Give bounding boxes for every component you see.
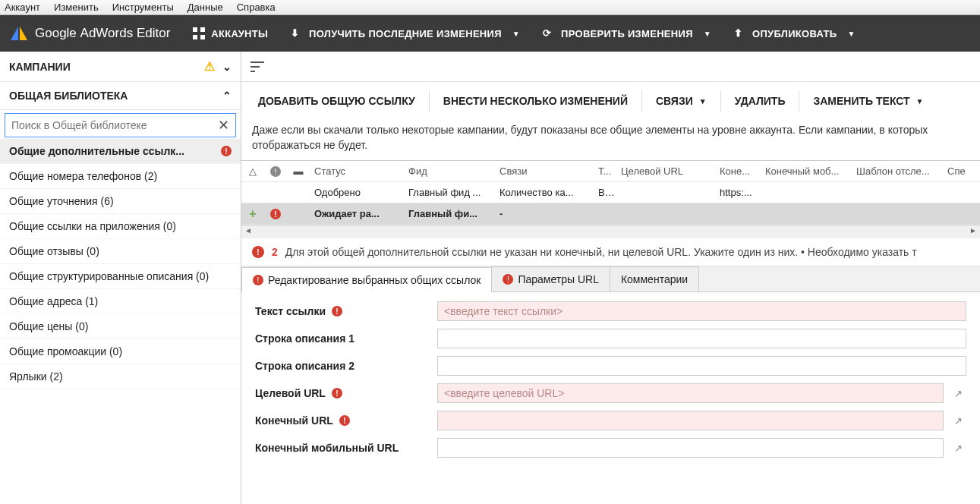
error-count: 2	[272, 246, 278, 258]
sidebar-campaigns-header[interactable]: КАМПАНИИ ⚠⌄	[0, 52, 241, 82]
external-link-icon[interactable]: ↗	[950, 439, 966, 456]
final-mobile-url-input[interactable]	[437, 438, 944, 458]
clear-icon[interactable]: ✕	[218, 117, 229, 134]
desc2-input[interactable]	[437, 356, 966, 376]
accounts-button[interactable]: АККАУНТЫ	[193, 27, 268, 39]
search-input[interactable]	[11, 119, 218, 131]
sidebar-search[interactable]: ✕	[5, 113, 236, 137]
error-icon: !	[252, 246, 264, 258]
main-panel: ДОБАВИТЬ ОБЩУЮ ССЫЛКУ ВНЕСТИ НЕСКОЛЬКО И…	[241, 52, 980, 504]
links-button[interactable]: СВЯЗИ▼	[647, 89, 716, 113]
sidebar-item-reviews[interactable]: Общие отзывы (0)	[0, 239, 241, 264]
final-url-input[interactable]	[437, 411, 944, 430]
check-changes-button[interactable]: ⟳ ПРОВЕРИТЬ ИЗМЕНЕНИЯ▼	[543, 27, 711, 39]
publish-button[interactable]: ⬆ ОПУБЛИКОВАТЬ▼	[734, 27, 856, 39]
menu-edit[interactable]: Изменить	[54, 2, 99, 13]
upload-icon: ⬆	[734, 27, 746, 39]
grid-row[interactable]: ОдобреноГлавный фид ... Количество ка...…	[241, 182, 980, 203]
tab-url-params[interactable]: !Параметры URL	[491, 266, 610, 291]
error-message: Для этой общей дополнительной ссылки не …	[285, 246, 917, 258]
sidebar-item-apps[interactable]: Общие ссылки на приложения (0)	[0, 214, 241, 239]
caret-icon: ▼	[699, 97, 707, 106]
replace-text-button[interactable]: ЗАМЕНИТЬ ТЕКСТ▼	[804, 89, 932, 113]
menu-help[interactable]: Справка	[237, 2, 276, 13]
error-icon: !	[332, 306, 342, 317]
error-icon: !	[339, 415, 350, 426]
menu-account[interactable]: Аккаунт	[5, 2, 40, 13]
tab-edit[interactable]: !Редактирование выбранных общих ссылок	[241, 267, 492, 292]
tab-comments[interactable]: Комментарии	[610, 266, 699, 291]
sidebar-item-labels[interactable]: Ярлыки (2)	[0, 364, 241, 389]
add-sitelink-button[interactable]: ДОБАВИТЬ ОБЩУЮ ССЫЛКУ	[249, 89, 424, 113]
grid-row[interactable]: + ! Ожидает ра...Главный фи... -	[241, 203, 980, 225]
download-icon: ⬇	[291, 27, 303, 39]
brand-text: Google AdWords Editor	[35, 26, 170, 41]
grid-header[interactable]: △!▬ СтатусФид СвязиТ... Целевой URLКоне.…	[241, 161, 980, 182]
bulk-changes-button[interactable]: ВНЕСТИ НЕСКОЛЬКО ИЗМЕНЕНИЙ	[434, 89, 637, 113]
menu-tools[interactable]: Инструменты	[112, 2, 174, 13]
error-icon: !	[253, 275, 263, 285]
error-icon: !	[332, 388, 342, 398]
error-bar: ! 2 Для этой общей дополнительной ссылки…	[241, 238, 980, 266]
filter-bar	[241, 52, 980, 82]
sidebar-item-addresses[interactable]: Общие адреса (1)	[0, 289, 241, 314]
horizontal-scrollbar[interactable]	[241, 225, 980, 238]
warning-icon: ⚠	[204, 59, 215, 74]
error-icon: !	[503, 274, 513, 285]
sidebar-item-sitelinks[interactable]: Общие дополнительные ссылк...!	[0, 139, 241, 164]
caret-icon: ▼	[847, 30, 855, 38]
sidebar-item-callouts[interactable]: Общие уточнения (6)	[0, 189, 241, 214]
os-menubar: Аккаунт Изменить Инструменты Данные Спра…	[0, 0, 980, 15]
info-text: Даже если вы скачали только некоторые ка…	[241, 120, 980, 160]
link-text-input[interactable]	[437, 301, 966, 321]
external-link-icon[interactable]: ↗	[950, 385, 966, 402]
sidebar-item-phones[interactable]: Общие номера телефонов (2)	[0, 164, 241, 189]
delete-button[interactable]: УДАЛИТЬ	[726, 89, 795, 113]
sidebar: КАМПАНИИ ⚠⌄ ОБЩАЯ БИБЛИОТЕКА ⌃ ✕ Общие д…	[0, 52, 241, 504]
add-icon: +	[249, 207, 256, 220]
chevron-up-icon: ⌃	[222, 90, 232, 102]
filter-icon[interactable]	[251, 61, 266, 72]
chevron-down-icon: ⌄	[222, 61, 232, 73]
edit-form: Текст ссылки! Строка описания 1 Строка о…	[241, 292, 980, 474]
menu-data[interactable]: Данные	[187, 2, 223, 13]
caret-icon: ▼	[512, 30, 520, 38]
sidebar-library-header[interactable]: ОБЩАЯ БИБЛИОТЕКА ⌃	[0, 82, 241, 110]
desc1-input[interactable]	[437, 329, 966, 348]
main-toolbar: Google AdWords Editor АККАУНТЫ ⬇ ПОЛУЧИТ…	[0, 15, 980, 52]
data-grid: △!▬ СтатусФид СвязиТ... Целевой URLКоне.…	[241, 160, 980, 238]
error-icon: !	[270, 209, 281, 219]
caret-icon: ▼	[704, 30, 711, 38]
get-changes-button[interactable]: ⬇ ПОЛУЧИТЬ ПОСЛЕДНИЕ ИЗМЕНЕНИЯ▼	[291, 27, 520, 39]
sidebar-item-prices[interactable]: Общие цены (0)	[0, 314, 241, 339]
action-bar: ДОБАВИТЬ ОБЩУЮ ССЫЛКУ ВНЕСТИ НЕСКОЛЬКО И…	[241, 82, 980, 120]
sidebar-item-promotions[interactable]: Общие промоакции (0)	[0, 339, 241, 364]
error-icon: !	[221, 146, 232, 156]
caret-icon: ▼	[916, 97, 924, 106]
logo-icon	[11, 27, 18, 40]
app-logo: Google AdWords Editor	[11, 26, 170, 41]
dest-url-input[interactable]	[437, 383, 944, 403]
detail-tabs: !Редактирование выбранных общих ссылок !…	[241, 266, 980, 292]
sidebar-item-snippets[interactable]: Общие структурированные описания (0)	[0, 264, 241, 289]
external-link-icon[interactable]: ↗	[950, 412, 966, 429]
refresh-icon: ⟳	[543, 27, 555, 39]
grid-icon	[193, 27, 205, 39]
logo-icon	[20, 27, 27, 40]
